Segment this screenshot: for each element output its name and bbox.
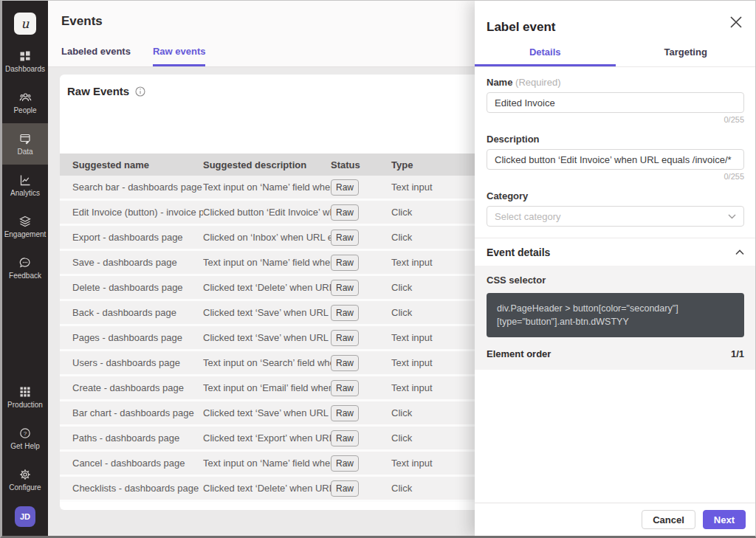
status-badge: Raw — [331, 380, 359, 396]
sidebar-item-label: Data — [17, 148, 32, 156]
cell-status: Raw — [331, 230, 391, 246]
cell-suggested-name: Search bar - dashboards page — [72, 182, 203, 193]
raw-events-title-row: Raw Events — [67, 85, 145, 97]
cell-suggested-description: Text input on ‘Search’ field whe… — [203, 357, 331, 368]
cell-status: Raw — [331, 305, 391, 321]
status-badge: Raw — [331, 480, 359, 497]
cell-suggested-description: Clicked on ‘Inbox’ when URL eq… — [203, 232, 331, 243]
panel-title: Label event — [487, 20, 556, 35]
people-icon — [19, 92, 32, 103]
cell-suggested-name: Bar chart - dashboards page — [72, 407, 203, 418]
event-details-section: CSS selector div.PageHeader > button[col… — [475, 266, 756, 370]
description-input[interactable] — [487, 149, 744, 170]
cell-status: Raw — [331, 430, 391, 446]
status-badge: Raw — [331, 330, 359, 346]
help-icon: ? — [19, 427, 31, 439]
description-counter: 0/255 — [487, 172, 744, 181]
cell-status: Raw — [331, 280, 391, 296]
sidebar-item-label: Production — [7, 401, 43, 409]
cell-suggested-description: Text input on ‘Name’ field when… — [203, 182, 331, 193]
sidebar-item-engagement[interactable]: Engagement — [2, 206, 48, 247]
cell-status: Raw — [331, 455, 391, 472]
panel-header: Label event — [475, 1, 756, 35]
cell-suggested-name: Pages - dashboards page — [72, 332, 203, 343]
sidebar-item-production[interactable]: Production — [2, 376, 48, 418]
cell-suggested-description: Clicked text ‘Save’ when URL eq… — [203, 332, 331, 343]
panel-tabs: Details Targeting — [475, 39, 756, 67]
cell-status: Raw — [331, 480, 391, 497]
category-select[interactable]: Select category — [487, 206, 744, 227]
sidebar-item-configure[interactable]: Configure — [2, 459, 48, 500]
cell-status: Raw — [331, 179, 391, 196]
cell-suggested-description: Text input on ‘Name’ field when… — [203, 257, 331, 268]
app-window: u Dashboards People Data — [0, 0, 756, 538]
element-order-value: 1/1 — [731, 348, 744, 359]
tab-labeled-events[interactable]: Labeled events — [61, 46, 131, 66]
close-icon[interactable] — [728, 14, 744, 30]
sidebar-item-label: Analytics — [10, 189, 40, 197]
panel-body: Name (Required) 0/255 Description 0/255 … — [475, 67, 756, 503]
cell-status: Raw — [331, 405, 391, 421]
description-field-group: Description 0/255 — [475, 134, 756, 181]
cell-suggested-name: Delete - dashboards page — [72, 282, 203, 293]
next-button[interactable]: Next — [703, 510, 746, 529]
userpilot-logo[interactable]: u — [14, 13, 36, 35]
sidebar-item-label: Get Help — [10, 442, 39, 450]
data-icon — [19, 133, 31, 145]
css-selector-label: CSS selector — [487, 275, 744, 286]
sidebar-item-dashboards[interactable]: Dashboards — [2, 41, 48, 82]
cell-suggested-name: Back - dashboards page — [72, 307, 203, 318]
cell-suggested-name: Checklists - dashboards page — [72, 483, 203, 494]
engagement-icon — [19, 215, 31, 227]
user-avatar[interactable]: JD — [15, 506, 35, 527]
col-header-suggested-name: Suggested name — [72, 159, 203, 170]
cell-suggested-description: Text input on ‘Name’ field when… — [203, 458, 331, 469]
cell-suggested-description: Clicked text ‘Delete’ when URL e… — [203, 483, 331, 494]
col-header-suggested-description: Suggested description — [203, 159, 331, 170]
raw-events-title: Raw Events — [67, 85, 129, 97]
status-badge: Raw — [331, 204, 359, 221]
col-header-status: Status — [331, 159, 391, 170]
cell-suggested-description: Clicked text ‘Delete’ when URL e… — [203, 282, 331, 293]
cell-status: Raw — [331, 355, 391, 371]
event-details-heading-row: Event details — [475, 238, 756, 266]
event-details-heading: Event details — [487, 246, 550, 258]
chevron-up-icon[interactable] — [735, 249, 744, 255]
panel-footer: Cancel Next — [475, 503, 756, 536]
sidebar-item-people[interactable]: People — [2, 82, 48, 123]
name-counter: 0/255 — [487, 115, 744, 124]
cancel-button[interactable]: Cancel — [642, 510, 695, 529]
info-icon[interactable] — [135, 86, 145, 97]
sidebar-item-feedback[interactable]: Feedback — [2, 247, 48, 289]
cell-suggested-description: Text input on ‘Email’ field when… — [203, 382, 331, 393]
tab-details[interactable]: Details — [475, 39, 616, 66]
sidebar-item-label: Dashboards — [5, 65, 45, 73]
cell-suggested-name: Edit Invoice (button) - invoice page — [72, 207, 203, 218]
cell-suggested-description: Clicked text ‘Save’ when URL eq… — [203, 407, 331, 418]
sidebar-item-label: Engagement — [4, 230, 47, 238]
cell-status: Raw — [331, 204, 391, 221]
name-input[interactable] — [487, 92, 744, 113]
cell-suggested-name: Create - dashboards page — [72, 382, 203, 393]
sidebar-item-label: People — [13, 106, 36, 114]
status-badge: Raw — [331, 405, 359, 421]
status-badge: Raw — [331, 430, 359, 446]
element-order-label: Element order — [487, 348, 551, 359]
sidebar-item-data[interactable]: Data — [2, 123, 48, 165]
tab-targeting[interactable]: Targeting — [616, 39, 756, 66]
sidebar-item-analytics[interactable]: Analytics — [2, 165, 48, 206]
name-label-text: Name — [487, 77, 512, 88]
events-tabs: Labeled events Raw events — [61, 46, 205, 66]
feedback-icon — [19, 257, 31, 269]
status-badge: Raw — [331, 355, 359, 371]
cell-suggested-description: Clicked text ‘Export’ when URL e… — [203, 432, 331, 444]
tab-raw-events[interactable]: Raw events — [153, 46, 206, 66]
cell-suggested-name: Cancel - dashboards page — [72, 458, 203, 469]
cell-suggested-name: Users - dashboards page — [72, 357, 203, 368]
dashboards-icon — [19, 50, 31, 62]
sidebar-item-get-help[interactable]: ? Get Help — [2, 418, 48, 459]
label-event-panel: Label event Details Targeting Name (Requ… — [475, 1, 756, 536]
status-badge: Raw — [331, 230, 359, 246]
gear-icon — [19, 469, 31, 480]
name-label: Name (Required) — [487, 77, 744, 88]
